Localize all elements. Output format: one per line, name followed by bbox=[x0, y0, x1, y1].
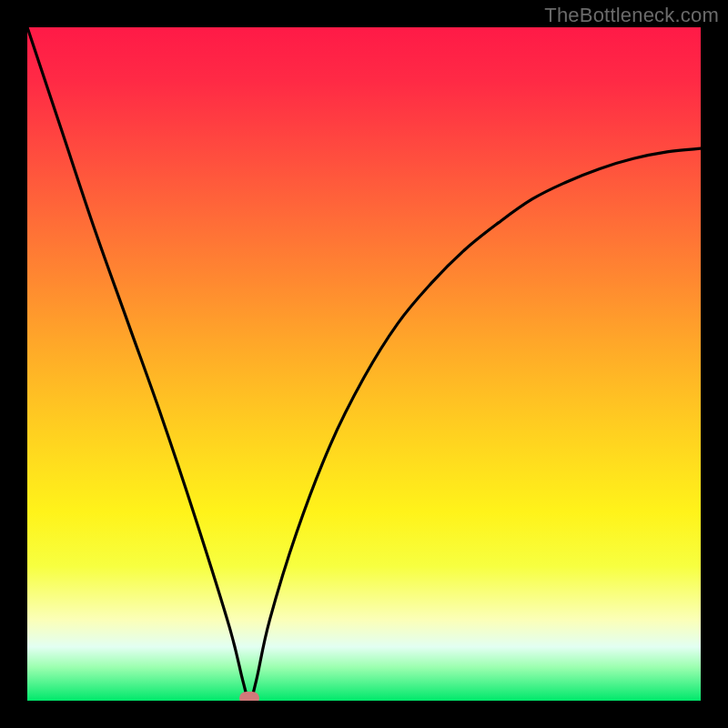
chart-stage: TheBottleneck.com bbox=[0, 0, 728, 728]
plot-area bbox=[27, 27, 701, 701]
minimum-marker bbox=[239, 692, 259, 701]
curve-path bbox=[27, 27, 701, 701]
attribution-label: TheBottleneck.com bbox=[544, 4, 719, 27]
bottleneck-curve bbox=[27, 27, 701, 701]
